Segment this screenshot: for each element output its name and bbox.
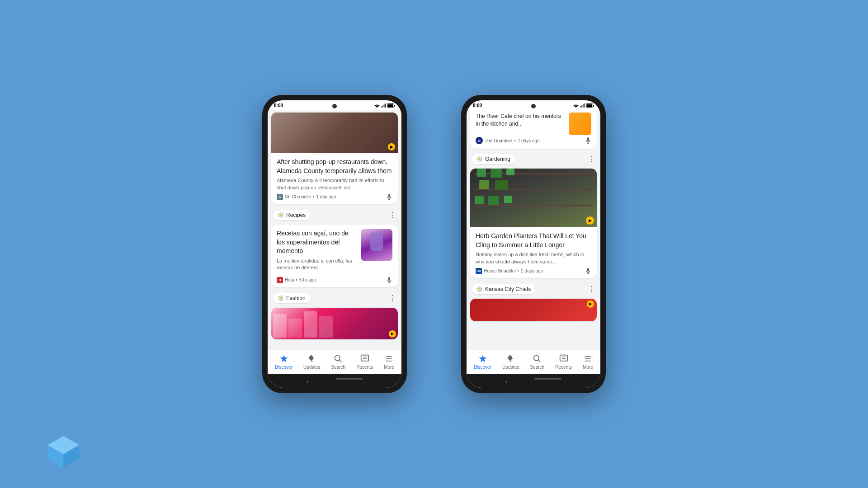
svg-rect-25 (583, 104, 584, 108)
kc-section-header: Kansas City Chiefs ⋮ (467, 281, 600, 296)
hola-icon: H (277, 277, 283, 283)
nav-search-2[interactable]: Search (530, 354, 544, 370)
nav-updates-1[interactable]: Updates (303, 354, 320, 370)
recipes-label: Recipes (286, 212, 306, 218)
article-desc-1: Alameda County will temporarily halt its… (277, 177, 392, 191)
fashion-label: Fashion (286, 295, 306, 301)
home-bar-1 (335, 378, 363, 380)
kc-more-menu[interactable]: ⋮ (588, 286, 595, 293)
gardening-tag: Gardening (472, 154, 515, 164)
guardian-time: 2 days ago (518, 138, 540, 143)
article-title-1: After shutting pop-up restaurants down, … (277, 158, 392, 175)
nav-search-label-1: Search (331, 365, 345, 370)
search-icon-2 (532, 354, 542, 364)
svg-rect-1 (382, 105, 383, 108)
fashion-card[interactable]: ▶ (271, 308, 398, 339)
mic-icon-guardian[interactable] (585, 137, 591, 144)
recipe-card[interactable]: Recetas con açaí, uno de los superalimen… (271, 225, 398, 287)
status-icons-2 (573, 103, 594, 108)
status-time-2: 8:00 (473, 103, 482, 108)
nav-discover-label-2: Discover (474, 365, 491, 370)
nav-recents-label-1: Recents (356, 365, 373, 370)
svg-rect-24 (581, 105, 582, 108)
status-icons-1 (374, 103, 395, 108)
recipes-more-menu[interactable]: ⋮ (389, 211, 396, 219)
kc-tag: Kansas City Chiefs (472, 284, 535, 294)
gardening-desc: Nothing livens up a dish like fresh herb… (476, 251, 591, 265)
updates-icon-1 (307, 354, 317, 364)
fashion-image: ▶ (271, 308, 398, 339)
guardian-partial-card[interactable]: The River Cafe chef on his mentors in th… (470, 110, 597, 149)
guardian-thumb (569, 113, 591, 135)
nav-recents-1[interactable]: Recents (356, 354, 373, 370)
recipe-source: H Hola • 5 hr ago (277, 277, 392, 283)
home-indicator-1: ‹ (268, 374, 401, 388)
phone-2: 8:00 (461, 95, 606, 393)
nav-more-label-1: More (384, 365, 394, 370)
more-icon-2 (583, 354, 593, 364)
nav-discover-1[interactable]: Discover (275, 354, 292, 370)
back-arrow-2[interactable]: ‹ (505, 378, 508, 385)
nav-more-2[interactable]: More (583, 354, 593, 370)
mic-icon-1[interactable] (386, 194, 392, 200)
discover-icon-2 (478, 354, 488, 364)
svg-rect-0 (382, 106, 382, 108)
signal-icon (381, 103, 386, 108)
svg-rect-6 (394, 105, 395, 107)
recipe-content: Recetas con açaí, uno de los superalimen… (277, 229, 357, 274)
mic-icon-gardening[interactable] (585, 268, 591, 274)
svg-rect-11 (388, 277, 390, 281)
nav-recents-label-2: Recents (555, 365, 572, 370)
cube-svg (45, 434, 81, 470)
bottom-nav-1: Discover Updates (268, 350, 401, 374)
nav-discover-2[interactable]: Discover (474, 354, 491, 370)
guardian-source-left: G The Guardian • 2 days ago (476, 137, 540, 144)
logo-cube (45, 434, 81, 470)
svg-point-15 (335, 356, 340, 361)
svg-rect-29 (593, 105, 594, 107)
hb-name: House Beautiful (484, 268, 516, 273)
wifi-icon (374, 103, 380, 108)
home-bar-2 (534, 378, 561, 380)
article-source-1: C SF Chronicle • 1 day ago (277, 194, 392, 200)
discover-icon-1 (279, 354, 289, 364)
battery-icon-2 (586, 103, 594, 108)
nav-more-label-2: More (583, 365, 593, 370)
svg-line-16 (340, 360, 342, 362)
phone-1-screen: 8:00 (268, 100, 401, 388)
news-badge-1: ▶ (388, 143, 395, 150)
hb-time: 2 days ago (521, 268, 543, 273)
nav-search-1[interactable]: Search (331, 354, 345, 370)
gardening-more-menu[interactable]: ⋮ (588, 155, 595, 163)
google-star-recipes (278, 212, 284, 218)
recipe-desc: La multiculturalidad y, con ella, las re… (277, 258, 357, 272)
garden-badge: ▶ (586, 216, 594, 225)
nav-updates-2[interactable]: Updates (502, 354, 519, 370)
back-arrow-1[interactable]: ‹ (307, 378, 309, 385)
svg-rect-23 (580, 106, 581, 108)
gardening-source-left: HB House Beautiful • 2 days ago (476, 268, 543, 274)
source-icon-1: C (277, 194, 283, 200)
recents-icon-1 (360, 354, 370, 364)
article-card-1[interactable]: ▶ After shutting pop-up restaurants down… (271, 113, 398, 204)
recents-icon-2 (559, 354, 569, 364)
guardian-content: The River Cafe chef on his mentors in th… (476, 113, 591, 135)
svg-rect-40 (560, 355, 567, 361)
phone-2-screen: 8:00 (467, 100, 600, 388)
gardening-label: Gardening (485, 156, 510, 162)
nav-discover-label-1: Discover (275, 365, 292, 370)
svg-rect-34 (587, 268, 589, 272)
fashion-more-menu[interactable]: ⋮ (389, 295, 396, 302)
mic-icon-recipe[interactable] (386, 277, 392, 283)
svg-rect-7 (388, 194, 390, 197)
nav-more-1[interactable]: More (384, 354, 394, 370)
more-icon-1 (384, 354, 394, 364)
phone-1-camera (332, 104, 337, 108)
svg-rect-5 (387, 104, 393, 107)
wifi-icon-2 (573, 103, 579, 108)
gardening-card[interactable]: ▶ Herb Garden Planters That Will Let You… (470, 169, 597, 278)
hola-name: Hola (285, 277, 294, 282)
nav-recents-2[interactable]: Recents (555, 354, 572, 370)
kc-card-partial[interactable]: ▶ (470, 299, 597, 321)
recipe-source-left: H Hola • 5 hr ago (277, 277, 316, 283)
